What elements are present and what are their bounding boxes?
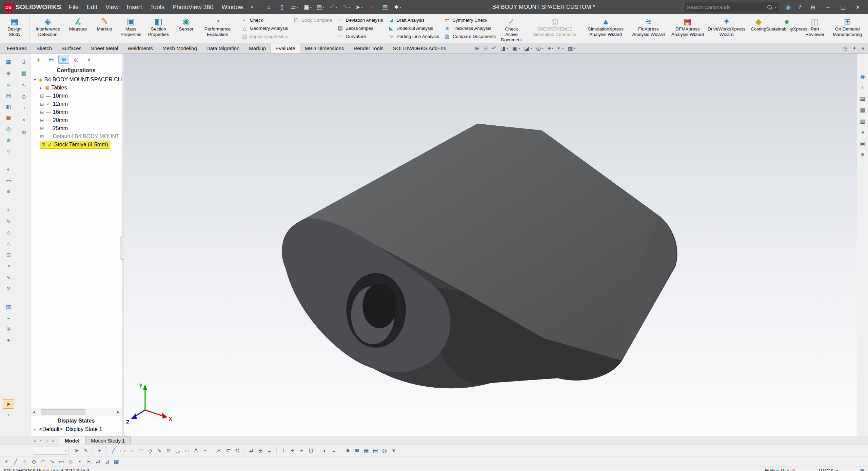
hide-show-items-button[interactable]: ◎▾ <box>536 45 544 52</box>
appearances-scenes-tab[interactable]: ◕ <box>858 128 867 136</box>
aux-tool-5-button[interactable]: ◔ <box>18 104 29 113</box>
tab-render-tools[interactable]: Render Tools <box>349 43 388 53</box>
view-settings-button[interactable]: ▦▾ <box>568 45 576 52</box>
status-tool-icon[interactable]: ▣ <box>860 468 865 471</box>
point-button[interactable]: • <box>201 448 209 454</box>
aux-tool-4-button[interactable]: ⊙ <box>18 92 29 101</box>
viewport-canvas[interactable]: X Y Z <box>124 54 857 436</box>
options-button[interactable]: ✱▾ <box>392 2 404 12</box>
dock-tool-24-button[interactable]: ● <box>3 335 14 345</box>
help-button[interactable]: ? <box>794 0 806 14</box>
print-caret-icon[interactable]: ▾ <box>323 5 324 9</box>
trim-entities-button[interactable]: ✂ <box>215 447 223 454</box>
apply-scene-caret-icon[interactable]: ▾ <box>562 46 564 50</box>
edit-appearance-button[interactable]: ◕▾ <box>548 45 554 51</box>
tab-features[interactable]: Features <box>2 43 32 53</box>
dock-tool-5-button[interactable]: ◧ <box>3 102 14 111</box>
tab-scroll-3-button[interactable]: › <box>44 438 50 443</box>
body-compare-button[interactable]: ▧Body Compare <box>292 16 334 24</box>
forum-tab[interactable]: ≡ <box>858 150 867 159</box>
feature-manager-tab[interactable]: ◈ <box>33 55 44 64</box>
search-dropdown-caret-icon[interactable]: ▾ <box>774 5 776 9</box>
dock-tool-17-button[interactable]: ⊡ <box>3 250 14 260</box>
aux-tool-1-button[interactable]: ▯ <box>18 56 29 66</box>
tab-data-migration[interactable]: Data Migration <box>202 43 244 53</box>
collapse-ribbon-button[interactable]: ∧ <box>861 45 865 51</box>
check-active-document-button[interactable]: ✓Check Active Document ▾ <box>498 15 525 42</box>
tab-weldments[interactable]: Weldments <box>123 43 158 53</box>
maximize-interface-button[interactable]: ◳ <box>843 45 848 51</box>
dock-tool-14-button[interactable]: ✎ <box>3 217 14 226</box>
linear-pattern-button[interactable]: ⊞ <box>257 447 264 454</box>
exit-sketch-button[interactable]: ◎ <box>381 447 388 454</box>
grid-button[interactable]: ▦ <box>113 458 120 465</box>
performance-evaluation-button[interactable]: ◔Performance Evaluation <box>199 15 236 42</box>
3dexperience-simulation-connector-button[interactable]: ◎3DEXPERIENCE Simulation Connector <box>528 15 582 42</box>
redo-caret-icon[interactable]: ▾ <box>348 5 350 9</box>
dimxpert-manager-tab[interactable]: ◎ <box>71 55 82 64</box>
aux-tool-3-button[interactable]: ∿ <box>18 80 29 89</box>
tab-model[interactable]: Model <box>59 436 85 445</box>
undercut-analysis-button[interactable]: ◣Undercut Analysis <box>386 24 440 32</box>
hide-show-items-caret-icon[interactable]: ▾ <box>542 46 544 50</box>
aux-tool-2-button[interactable]: ▦ <box>18 68 29 78</box>
tab-scroll-4-button[interactable]: » <box>51 438 56 443</box>
sketch-numeric-input-button[interactable]: ≡ <box>344 448 352 454</box>
expand-arrow-icon[interactable]: ▾ <box>33 78 37 82</box>
property-manager-tab[interactable]: ▤ <box>46 55 57 64</box>
view-settings-caret-icon[interactable]: ▾ <box>574 46 576 50</box>
view-palette-tab[interactable]: ▥ <box>858 117 867 125</box>
floxpress-analysis-wizard-button[interactable]: ≋FloXpress Analysis Wizard <box>629 15 667 42</box>
view-orientation-caret-icon[interactable]: ▾ <box>518 46 520 50</box>
tab-scroll-2-button[interactable]: ‹ <box>38 438 43 443</box>
tab-surfaces[interactable]: Surfaces <box>57 43 86 53</box>
panel-horizontal-scrollbar[interactable]: ◄ ► <box>31 408 122 416</box>
dock-tool-21-button[interactable]: ▥ <box>3 302 14 311</box>
design-library-tab[interactable]: ▤ <box>858 95 867 103</box>
dock-tool-6-button[interactable]: ▣ <box>3 113 14 122</box>
solidworks-resources-tab[interactable]: ⌂ <box>858 83 867 91</box>
dock-tool-11-button[interactable]: ▭ <box>3 176 14 185</box>
dock-tool-15-button[interactable]: ◇ <box>3 228 14 237</box>
save-button[interactable]: ▣▾ <box>301 2 314 12</box>
options-caret-icon[interactable]: ▾ <box>400 5 401 9</box>
convert-entities-button[interactable]: ⊂ <box>224 447 232 454</box>
aux-tool-6-button[interactable]: ◓ <box>18 116 29 125</box>
scrollbar-track[interactable] <box>37 408 115 416</box>
rapid-sketch-button[interactable]: ⊡ <box>307 447 315 454</box>
menu-window[interactable]: Window <box>217 0 247 14</box>
mirror-entities-button[interactable]: ⇄ <box>248 447 255 454</box>
apps-button[interactable]: ⊞ <box>806 0 821 14</box>
previous-view-button[interactable]: ↶ <box>492 45 496 52</box>
move-entities-button[interactable]: ↔ <box>266 448 273 454</box>
tab-mbd-dimensions[interactable]: MBD Dimensions <box>300 43 349 53</box>
search-icon[interactable] <box>767 5 772 9</box>
tab-motion-study-1[interactable]: Motion Study 1 <box>85 436 131 445</box>
markup-button[interactable]: ✎Markup <box>91 15 118 42</box>
tab-solidworks-add-ins[interactable]: SOLIDWORKS Add-Ins <box>388 43 451 53</box>
menu-edit[interactable]: Edit <box>83 0 101 14</box>
scrollbar-thumb[interactable] <box>41 409 85 415</box>
edit-appearance-caret-icon[interactable]: ▾ <box>552 46 554 50</box>
units-caret-icon[interactable]: ▾ <box>836 469 838 471</box>
view-orientation-button[interactable]: ▣▾ <box>512 45 520 52</box>
geometry-analysis-button[interactable]: △Geometry Analysis <box>240 24 290 32</box>
record-button[interactable]: ● <box>366 2 378 12</box>
dock-tool-25-button[interactable]: ➤ <box>3 399 14 409</box>
tab-mesh-modeling[interactable]: Mesh Modeling <box>158 43 202 53</box>
dock-tool-9-button[interactable]: ○ <box>3 146 14 156</box>
search-input[interactable] <box>686 4 765 11</box>
select-caret-icon[interactable]: ▾ <box>361 5 363 9</box>
config-item-20mm[interactable]: ⊞—20mm <box>31 116 122 124</box>
print-button[interactable]: ▤▾ <box>314 2 327 12</box>
menu-file[interactable]: File <box>65 0 83 14</box>
curvature-button[interactable]: ◠Curvature <box>336 33 384 40</box>
units-label[interactable]: MMGS <box>818 468 833 471</box>
config-item-25mm[interactable]: ⊞—25mm <box>31 124 122 132</box>
symmetry-check-button[interactable]: ⇄Symmetry Check <box>442 16 497 24</box>
polygon-button[interactable]: ◇ <box>146 447 154 454</box>
close-button[interactable]: ✕ <box>850 0 865 14</box>
ellipse-button[interactable]: ⊙ <box>165 447 172 454</box>
display-style-caret-icon[interactable]: ▾ <box>530 46 532 50</box>
search-commands-box[interactable]: ▾ <box>683 2 779 12</box>
